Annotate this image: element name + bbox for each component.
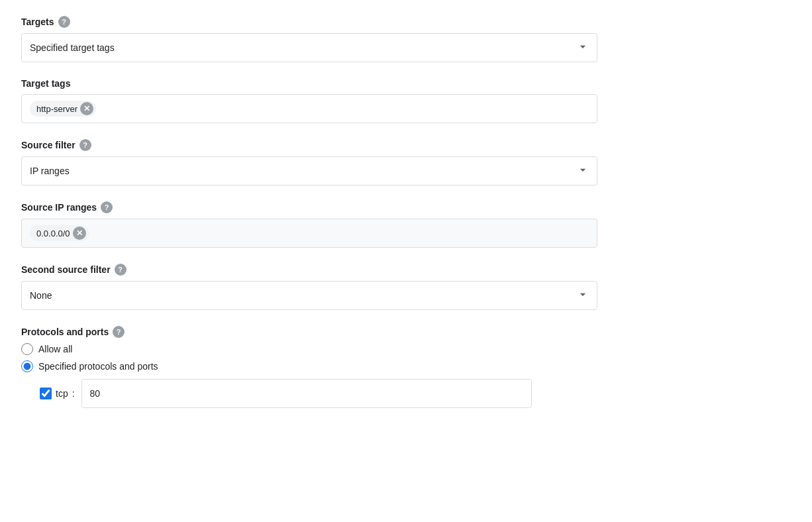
source-filter-select[interactable]: IP ranges Source tags Service accounts N… [21, 156, 597, 185]
ip-chip-text: 0.0.0.0/0 [36, 229, 70, 238]
tcp-colon: : [72, 388, 75, 399]
allow-all-radio[interactable] [21, 343, 33, 355]
specified-protocols-radio[interactable] [21, 360, 33, 372]
protocols-ports-radio-group: Allow all Specified protocols and ports [21, 343, 791, 372]
ip-chip-remove[interactable]: ✕ [73, 227, 86, 240]
target-tags-input[interactable]: http-server ✕ [21, 94, 597, 123]
allow-all-radio-option[interactable]: Allow all [21, 343, 791, 355]
targets-label: Targets ? [21, 16, 791, 28]
source-ip-ranges-section: Source IP ranges ? 0.0.0.0/0 ✕ [21, 201, 791, 248]
source-ip-ranges-input[interactable]: 0.0.0.0/0 ✕ [21, 219, 597, 248]
target-tags-label: Target tags [21, 78, 791, 89]
tcp-checkbox[interactable] [40, 388, 52, 399]
specified-protocols-label: Specified protocols and ports [38, 361, 158, 372]
specified-protocols-radio-option[interactable]: Specified protocols and ports [21, 360, 791, 372]
second-source-filter-select-wrapper: None Source tags Service accounts [21, 281, 597, 310]
http-server-chip-remove[interactable]: ✕ [80, 102, 93, 115]
source-ip-ranges-label: Source IP ranges ? [21, 201, 791, 213]
second-source-filter-select[interactable]: None Source tags Service accounts [21, 281, 597, 310]
source-filter-label: Source filter ? [21, 139, 791, 151]
http-server-chip: http-server ✕ [30, 101, 96, 117]
http-server-chip-text: http-server [36, 104, 77, 114]
protocols-ports-label-text: Protocols and ports [21, 327, 109, 337]
second-source-filter-label-text: Second source filter [21, 264, 111, 275]
targets-section: Targets ? Specified target tags All inst… [21, 16, 791, 62]
source-filter-section: Source filter ? IP ranges Source tags Se… [21, 139, 791, 185]
target-tags-label-text: Target tags [21, 78, 70, 89]
targets-select-wrapper: Specified target tags All instances in t… [21, 33, 597, 62]
protocols-ports-label: Protocols and ports ? [21, 326, 791, 338]
target-tags-section: Target tags http-server ✕ [21, 78, 791, 123]
protocols-ports-help-icon[interactable]: ? [113, 326, 125, 338]
tcp-row: tcp : [40, 379, 791, 408]
tcp-port-input[interactable] [81, 379, 532, 408]
tcp-label: tcp [56, 388, 68, 399]
source-filter-help-icon[interactable]: ? [79, 139, 91, 151]
source-filter-select-wrapper: IP ranges Source tags Service accounts N… [21, 156, 597, 185]
tcp-checkbox-wrapper: tcp : [40, 388, 75, 399]
targets-label-text: Targets [21, 17, 54, 27]
targets-help-icon[interactable]: ? [58, 16, 70, 28]
protocols-ports-section: Protocols and ports ? Allow all Specifie… [21, 326, 791, 408]
targets-select[interactable]: Specified target tags All instances in t… [21, 33, 597, 62]
second-source-filter-section: Second source filter ? None Source tags … [21, 264, 791, 310]
second-source-filter-help-icon[interactable]: ? [115, 264, 127, 276]
ip-chip-0000: 0.0.0.0/0 ✕ [30, 225, 89, 241]
source-ip-ranges-label-text: Source IP ranges [21, 202, 97, 213]
allow-all-label: Allow all [38, 344, 72, 354]
source-filter-label-text: Source filter [21, 140, 76, 150]
second-source-filter-label: Second source filter ? [21, 264, 791, 276]
source-ip-ranges-help-icon[interactable]: ? [101, 201, 113, 213]
